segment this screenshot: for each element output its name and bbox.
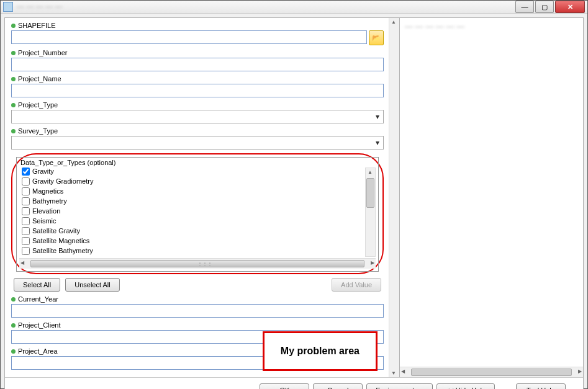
client-area: SHAPEFILE 📂 Project_Number Project_Name [4, 17, 584, 389]
shapefile-input[interactable] [11, 30, 367, 44]
bottom-button-bar: OK Cancel Environments... << Hide Help T… [5, 377, 583, 389]
required-dot [11, 77, 16, 81]
window-title: — — — — — [17, 2, 515, 11]
data-type-row[interactable]: Bathymetry [22, 196, 377, 206]
form-panel: SHAPEFILE 📂 Project_Number Project_Name [5, 18, 400, 377]
required-dot [11, 24, 16, 28]
data-type-row[interactable]: Satellite Magnetics [22, 236, 377, 246]
label-project-name: Project_Name [18, 75, 61, 83]
tool-help-button[interactable]: Tool Help [516, 383, 566, 390]
field-current-year: Current_Year [11, 295, 384, 318]
data-type-checkbox[interactable] [22, 168, 30, 176]
data-types-checklist-wrap: GravityGravity GradiometryMagneticsBathy… [18, 166, 377, 258]
label-data-types: Data_Type_or_Types (optional) [18, 159, 377, 166]
project-name-input[interactable] [11, 84, 384, 97]
window-controls: — ▢ ✕ [515, 1, 585, 13]
scrollbar-thumb[interactable] [366, 178, 374, 208]
data-type-row[interactable]: Seismic [22, 216, 377, 226]
folder-icon: 📂 [372, 34, 381, 42]
data-types-checklist[interactable]: GravityGravity GradiometryMagneticsBathy… [18, 166, 377, 258]
data-type-label: Satellite Gravity [32, 227, 80, 235]
field-survey-type: Survey_Type [11, 127, 384, 150]
scrollbar-thumb[interactable] [411, 369, 572, 376]
titlebar[interactable]: — — — — — — ▢ ✕ [1, 1, 587, 14]
label-project-client: Project_Client [18, 321, 60, 329]
label-shapefile: SHAPEFILE [18, 22, 56, 29]
data-type-checkbox[interactable] [22, 227, 30, 235]
data-types-group: Data_Type_or_Types (optional) GravityGra… [16, 157, 379, 272]
form-vertical-scrollbar[interactable] [389, 18, 399, 377]
app-icon [3, 2, 13, 12]
project-number-input[interactable] [11, 58, 384, 71]
data-type-label: Elevation [32, 207, 60, 215]
hide-help-button[interactable]: << Hide Help [436, 383, 495, 390]
current-year-input[interactable] [11, 304, 384, 318]
data-type-checkbox[interactable] [22, 237, 30, 245]
data-type-row[interactable]: Satellite Bathymetry [22, 246, 377, 256]
project-type-dropdown[interactable] [11, 110, 384, 123]
add-value-button: Add Value [332, 278, 381, 292]
data-type-label: Bathymetry [32, 197, 67, 205]
scrollbar-grip-icon: ⋮⋮⋮ [197, 261, 212, 266]
field-project-number: Project_Number [11, 49, 384, 71]
data-type-checkbox[interactable] [22, 207, 30, 215]
ok-button[interactable]: OK [260, 383, 309, 390]
label-project-type: Project_Type [18, 101, 58, 109]
data-type-checkbox[interactable] [22, 217, 30, 225]
close-button[interactable]: ✕ [555, 1, 585, 13]
help-horizontal-scrollbar[interactable] [400, 367, 583, 377]
data-type-row[interactable]: Satellite Gravity [22, 226, 377, 236]
browse-button[interactable]: 📂 [369, 30, 384, 45]
label-project-area: Project_Area [18, 347, 58, 355]
cancel-button[interactable]: Cancel [313, 383, 363, 390]
data-types-highlighted-group: Data_Type_or_Types (optional) GravityGra… [11, 153, 384, 274]
help-body [400, 35, 583, 367]
data-type-checkbox[interactable] [22, 177, 30, 186]
required-dot [11, 349, 16, 354]
data-type-label: Gravity Gradiometry [32, 177, 93, 185]
required-dot [11, 129, 16, 133]
annotation-callout: My problem area [263, 331, 378, 371]
main-row: SHAPEFILE 📂 Project_Number Project_Name [5, 18, 583, 377]
data-type-row[interactable]: Gravity [22, 166, 377, 176]
minimize-button[interactable]: — [515, 1, 534, 13]
checklist-vertical-scrollbar[interactable] [365, 168, 376, 257]
survey-type-dropdown[interactable] [11, 136, 384, 150]
environments-button[interactable]: Environments... [366, 383, 432, 390]
required-dot [11, 51, 16, 55]
data-type-row[interactable]: Elevation [22, 206, 377, 216]
data-type-checkbox[interactable] [22, 187, 30, 195]
tool-dialog-window: — — — — — — ▢ ✕ SHAPEFILE 📂 P [0, 0, 588, 389]
unselect-all-button[interactable]: Unselect All [65, 278, 119, 292]
data-type-label: Seismic [32, 217, 57, 225]
label-survey-type: Survey_Type [18, 127, 58, 135]
maximize-button[interactable]: ▢ [535, 1, 554, 13]
data-type-row[interactable]: Gravity Gradiometry [22, 176, 377, 186]
help-panel: — — — — — — [400, 18, 583, 377]
data-type-checkbox[interactable] [22, 247, 30, 255]
data-type-label: Satellite Bathymetry [32, 247, 93, 254]
field-project-type: Project_Type [11, 101, 384, 123]
help-heading: — — — — — — [400, 18, 583, 35]
checklist-buttons-row: Select All Unselect All Add Value [14, 278, 381, 292]
form-scroll: SHAPEFILE 📂 Project_Number Project_Name [5, 18, 389, 377]
field-project-name: Project_Name [11, 75, 384, 97]
checklist-horizontal-scrollbar[interactable]: ⋮⋮⋮ [19, 258, 376, 269]
required-dot [11, 323, 16, 328]
required-dot [11, 103, 16, 107]
field-shapefile: SHAPEFILE 📂 [11, 22, 384, 45]
required-dot [11, 297, 16, 302]
select-all-button[interactable]: Select All [14, 278, 60, 292]
data-type-label: Gravity [32, 168, 54, 175]
data-type-checkbox[interactable] [22, 197, 30, 205]
data-type-label: Satellite Magnetics [32, 237, 89, 244]
data-type-row[interactable]: Magnetics [22, 186, 377, 196]
label-project-number: Project_Number [18, 49, 67, 56]
label-current-year: Current_Year [18, 295, 58, 303]
data-type-label: Magnetics [32, 187, 63, 195]
